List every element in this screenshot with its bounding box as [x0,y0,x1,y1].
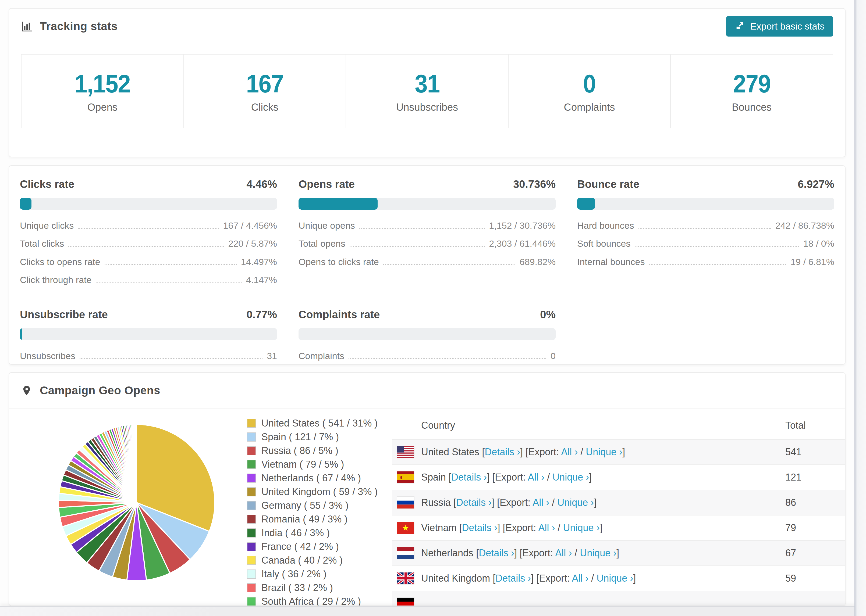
legend-label: India ( 46 / 3% ) [261,527,330,539]
legend-item-spain: Spain ( 121 / 7% ) [247,431,392,443]
details-link[interactable]: Details › [479,547,514,558]
export-all-link[interactable]: All › [532,497,549,508]
total-cell [785,591,845,606]
stat-value: 1,152 [74,69,130,98]
rate-row-label: Complaints [299,351,344,361]
table-row-netherlands: Netherlands [Details ›] [Export: All › /… [392,541,845,566]
rate-progress-fill [20,328,22,340]
bracket: [ [482,446,485,457]
rate-row-label: Opens to clicks rate [299,257,379,267]
export-all-link[interactable]: All › [538,522,555,533]
legend-label: Russia ( 86 / 5% ) [261,445,339,456]
export-all-link[interactable]: All › [555,547,572,558]
stat-cell-opens: 1,152Opens [22,55,184,128]
table-row-russia: Russia [Details ›] [Export: All › / Uniq… [392,490,845,515]
geo-pie-chart [53,416,220,589]
stat-value: 0 [583,69,595,98]
de-flag-icon [397,598,414,606]
slash: / [544,472,553,483]
table-row-spain: Spain [Details ›] [Export: All › / Uniqu… [392,465,845,490]
stat-label: Bounces [732,102,772,113]
dotted-leader [383,264,515,265]
rate-rows: Unique opens1,152 / 30.736%Total opens2,… [299,217,556,271]
legend-item-vietnam: Vietnam ( 79 / 5% ) [247,459,392,470]
export-basic-stats-button[interactable]: Export basic stats [726,16,833,36]
export-unique-link[interactable]: Unique › [563,522,600,533]
legend-label: Romania ( 49 / 3% ) [261,514,348,525]
rate-row-value: 18 / 0% [803,239,834,248]
country-name: Vietnam [421,522,459,533]
page-scrollbar[interactable] [855,0,866,616]
flag-cell [392,439,421,465]
slash: / [549,497,557,508]
export-unique-link[interactable]: Unique › [597,573,633,584]
export-unique-link[interactable]: Unique › [586,446,622,457]
total-column-header: Total [785,413,845,439]
flag-cell [392,465,421,490]
bracket: [ [493,573,495,584]
rate-row-label: Unique clicks [20,221,74,231]
legend-swatch [247,528,256,537]
export-all-link[interactable]: All › [572,573,589,584]
legend-label: South Africa ( 29 / 2% ) [261,596,361,606]
rate-row-value: 220 / 5.87% [228,239,277,248]
dotted-leader [649,264,786,265]
bar-chart-icon [21,20,33,33]
rate-row: Unsubscribes31 [20,347,277,365]
legend-label: Brazil ( 33 / 2% ) [261,582,333,593]
geo-content: United States ( 541 / 31% )Spain ( 121 /… [9,409,845,606]
bracket: ] [616,547,619,558]
details-link[interactable]: Details › [495,573,531,584]
table-row-united-states: United States [Details ›] [Export: All ›… [392,439,845,465]
total-cell: 59 [785,566,845,591]
country-cell [421,591,785,606]
geo-table-header-row: Country Total [392,413,845,439]
bracket: ] [594,497,597,508]
rate-title: Complaints rate [299,308,380,321]
details-link[interactable]: Details › [485,446,520,457]
flag-cell [392,566,421,591]
export-unique-link[interactable]: Unique › [580,547,616,558]
rate-row-label: Clicks to opens rate [20,257,100,267]
rate-rows: Unique clicks167 / 4.456%Total clicks220… [20,217,277,289]
legend-swatch [247,583,256,592]
export-all-link[interactable]: All › [561,446,578,457]
rate-block-opens-rate: Opens rate30.736%Unique opens1,152 / 30.… [299,178,556,289]
geo-title: Campaign Geo Opens [40,384,160,397]
export-unique-link[interactable]: Unique › [557,497,594,508]
country-cell: United States [Details ›] [Export: All ›… [421,439,785,465]
legend-swatch [247,569,256,579]
rate-row-value: 689.82% [520,257,556,267]
slash: / [589,573,597,584]
dotted-leader [105,264,237,265]
es-flag-icon [397,471,414,483]
details-link[interactable]: Details › [456,497,491,508]
legend-swatch [247,501,256,510]
details-link[interactable]: Details › [462,522,497,533]
rate-row-value: 31 [267,351,277,361]
map-pin-icon [21,384,33,397]
legend-swatch [247,460,256,469]
slash: / [572,547,580,558]
geo-table: Country Total United States [Details ›] … [392,413,845,606]
rate-progress-fill [299,198,378,210]
rate-row: Total opens2,303 / 61.446% [299,235,556,253]
rate-rows: Unsubscribes31 [20,347,277,365]
export-button-label: Export basic stats [750,21,825,32]
dotted-leader [359,228,485,229]
stat-label: Complaints [564,102,615,113]
country-name: Russia [421,497,453,508]
rate-row-label: Total clicks [20,239,64,248]
rate-title: Bounce rate [577,178,639,190]
dotted-leader [348,358,546,359]
dotted-leader [350,246,485,247]
export-unique-link[interactable]: Unique › [553,472,589,483]
legend-label: France ( 42 / 2% ) [261,541,339,552]
geo-card: Campaign Geo Opens United States ( 541 /… [9,372,846,606]
export-all-link[interactable]: All › [527,472,544,483]
table-row-vietnam: Vietnam [Details ›] [Export: All › / Uni… [392,515,845,541]
rate-value: 0.77% [247,308,277,321]
rate-row-value: 242 / 86.738% [775,221,834,231]
details-link[interactable]: Details › [451,472,487,483]
rate-title: Opens rate [299,178,355,190]
